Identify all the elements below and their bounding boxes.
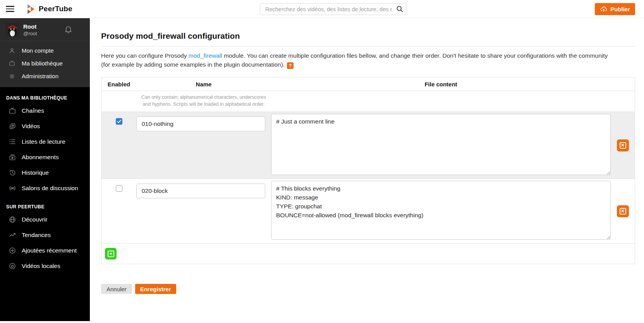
delete-x-icon: ✕: [620, 208, 626, 215]
user-name: Root: [23, 23, 37, 30]
help-icon[interactable]: ?: [287, 62, 294, 69]
plus-circle-icon: [8, 247, 17, 254]
sidebar-item-label: Ma bibliothèque: [22, 60, 63, 67]
main-content: Prosody mod_firewall configuration Here …: [90, 31, 644, 294]
broadcast-icon: [8, 184, 17, 192]
library-section: DANS MA BIBLIOTHÈQUE Chaînes Vidéos List…: [0, 87, 90, 196]
add-file-button[interactable]: +: [105, 248, 117, 259]
sidebar-item-decouvrir[interactable]: Découvrir: [0, 212, 90, 227]
trending-icon: [8, 231, 17, 239]
account-menu: Mon compte Ma bibliothèque Administratio…: [0, 41, 90, 87]
cancel-button[interactable]: Annuler: [101, 284, 132, 294]
column-header-enabled: Enabled: [101, 81, 136, 88]
table-row: # This blocks everything KIND: message T…: [101, 179, 635, 243]
sidebar-item-ajoutees-recemment[interactable]: Ajoutées récemment: [0, 243, 90, 258]
column-header-file-content: File content: [271, 81, 611, 88]
sidebar-item-historique[interactable]: Historique: [0, 165, 90, 180]
delete-file-button[interactable]: ✕: [617, 205, 629, 217]
sidebar-item-label: Tendances: [22, 232, 51, 239]
home-circle-icon: [8, 262, 17, 270]
history-icon: [8, 169, 17, 177]
peertube-logo[interactable]: PeerTube: [26, 4, 72, 14]
page-title: Prosody mod_firewall configuration: [101, 31, 635, 41]
table-header-row: Enabled Name File content: [101, 77, 635, 91]
videos-icon: [8, 122, 17, 130]
channel-tv-icon: [8, 107, 17, 115]
user-handle: @root: [23, 31, 37, 36]
sidebar-item-abonnements[interactable]: Abonnements: [0, 149, 90, 165]
menu-toggle-icon[interactable]: [6, 6, 14, 12]
column-header-name: Name: [136, 81, 271, 88]
sidebar-item-salons-de-discussion[interactable]: Salons de discussion: [0, 180, 90, 196]
peertube-section: SUR PEERTUBE Découvrir Tendances Ajoutée…: [0, 196, 90, 274]
sidebar-item-ma-bibliotheque[interactable]: Ma bibliothèque: [0, 57, 90, 70]
sidebar-item-label: Administration: [22, 73, 58, 79]
sidebar-item-label: Chaînes: [22, 107, 44, 114]
sidebar-item-chaines[interactable]: Chaînes: [0, 103, 90, 119]
avatar[interactable]: [5, 23, 19, 37]
intro-text: Here you can configure Prosody mod_firew…: [101, 51, 608, 69]
user-meta[interactable]: Root @root: [23, 23, 37, 36]
sidebar-item-videos-locales[interactable]: Vidéos locales: [0, 258, 90, 274]
top-bar: PeerTube Publier: [0, 0, 644, 18]
globe-icon: [8, 216, 17, 223]
title-divider: [101, 46, 635, 46]
name-hint-row: Can only contain: alphanumerical charact…: [101, 91, 635, 112]
sidebar-item-label: Vidéos: [22, 123, 40, 130]
delete-x-icon: ✕: [620, 142, 626, 149]
enabled-checkbox-row-1[interactable]: [116, 185, 122, 192]
section-title: DANS MA BIBLIOTHÈQUE: [0, 95, 90, 101]
search-input[interactable]: [260, 3, 407, 15]
playlist-icon: [8, 138, 17, 146]
gear-icon: [8, 73, 16, 80]
tv-icon: [8, 60, 16, 67]
sidebar: Root @root Mon compte Ma bibliothèque: [0, 18, 90, 321]
publish-button[interactable]: Publier: [595, 3, 635, 15]
name-hint-text: Can only contain: alphanumerical charact…: [136, 94, 271, 108]
sidebar-item-label: Ajoutées récemment: [22, 247, 77, 254]
enabled-checkbox-row-0[interactable]: [116, 118, 122, 125]
file-content-textarea[interactable]: # Just a comment line: [271, 114, 611, 175]
file-content-textarea[interactable]: # This blocks everything KIND: message T…: [271, 181, 611, 240]
sidebar-item-listes-de-lecture[interactable]: Listes de lecture: [0, 134, 90, 149]
mod-firewall-link[interactable]: mod_firewall: [189, 52, 222, 59]
upload-cloud-icon: [600, 5, 608, 13]
section-title: SUR PEERTUBE: [0, 204, 90, 210]
subscriptions-icon: [8, 153, 17, 161]
user-panel: Root @root: [0, 18, 90, 41]
sidebar-item-label: Salons de discussion: [22, 185, 78, 192]
brand-name: PeerTube: [39, 5, 72, 13]
file-name-input[interactable]: [136, 184, 265, 198]
user-icon: [8, 47, 16, 54]
sidebar-item-mon-compte[interactable]: Mon compte: [0, 44, 90, 57]
file-name-input[interactable]: [136, 117, 265, 131]
search-icon[interactable]: [396, 5, 404, 14]
notifications-bell-icon[interactable]: [64, 25, 84, 35]
sidebar-item-label: Abonnements: [22, 154, 59, 161]
plus-icon: +: [108, 251, 114, 257]
sidebar-item-tendances[interactable]: Tendances: [0, 227, 90, 243]
search-box: [260, 3, 407, 15]
config-files-table: Enabled Name File content Can only conta…: [101, 77, 635, 264]
publish-label: Publier: [610, 6, 630, 12]
sidebar-item-label: Vidéos locales: [22, 263, 60, 270]
intro-before-link: Here you can configure Prosody: [101, 52, 189, 59]
form-actions: Annuler Enregistrer: [101, 284, 635, 294]
peertube-logo-icon: [26, 4, 36, 14]
table-row: # Just a comment line ✕: [101, 112, 635, 179]
sidebar-item-label: Découvrir: [22, 216, 47, 223]
save-button[interactable]: Enregistrer: [135, 284, 176, 294]
sidebar-item-label: Mon compte: [22, 47, 54, 54]
sidebar-item-label: Listes de lecture: [22, 138, 65, 145]
sidebar-item-label: Historique: [22, 169, 49, 176]
add-file-row: +: [101, 243, 635, 264]
sidebar-item-administration[interactable]: Administration: [0, 70, 90, 82]
delete-file-button[interactable]: ✕: [617, 139, 629, 151]
sidebar-item-videos[interactable]: Vidéos: [0, 119, 90, 134]
